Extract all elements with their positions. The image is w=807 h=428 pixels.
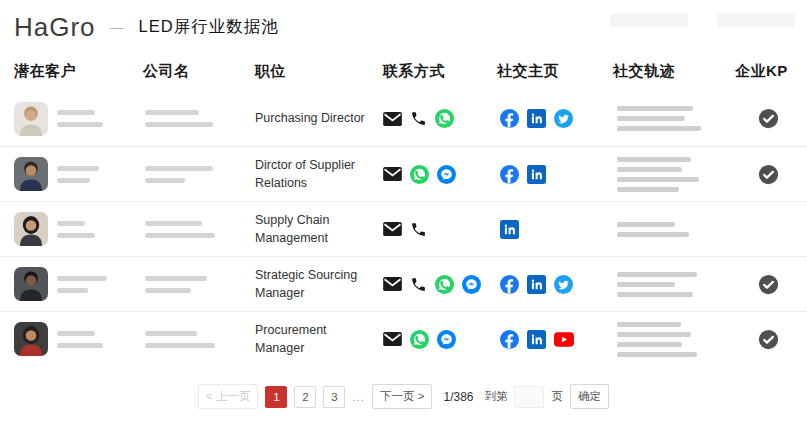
placeholder-bar [57, 178, 90, 183]
whatsapp-icon[interactable] [435, 275, 454, 294]
placeholder-bar [57, 122, 103, 127]
facebook-icon[interactable] [500, 109, 519, 128]
placeholder-bar [617, 292, 693, 297]
placeholder-bar [617, 222, 675, 227]
header-placeholder [717, 14, 795, 27]
youtube-icon[interactable] [554, 332, 574, 347]
kp-check-icon [758, 274, 779, 295]
linkedin-icon[interactable] [527, 109, 546, 128]
lead-avatar [14, 212, 48, 246]
phone-icon[interactable] [410, 221, 427, 238]
placeholder-bar [617, 332, 691, 337]
page-button-3[interactable]: 3 [323, 386, 345, 408]
page-indicator: 1/386 [443, 390, 473, 404]
facebook-icon[interactable] [500, 275, 519, 294]
placeholder-bar [145, 221, 202, 226]
placeholder-bar [617, 187, 679, 192]
placeholder-bar [617, 272, 697, 277]
column-header-social-profiles: 社交主页 [497, 62, 613, 81]
placeholder-bar [617, 177, 699, 182]
linkedin-icon[interactable] [527, 330, 546, 349]
placeholder-bar [145, 178, 185, 183]
placeholder-bar [617, 157, 691, 162]
facebook-icon[interactable] [500, 165, 519, 184]
page-button-1[interactable]: 1 [265, 386, 287, 408]
placeholder-bar [57, 221, 85, 226]
kp-check-icon [758, 108, 779, 129]
twitter-icon[interactable] [554, 275, 573, 294]
placeholder-bar [145, 343, 215, 348]
messenger-icon[interactable] [437, 330, 456, 349]
placeholder-bar [145, 233, 215, 238]
placeholder-bar [57, 331, 95, 336]
lead-avatar [14, 102, 48, 136]
kp-check-icon [758, 329, 779, 350]
table-row[interactable]: Dirctor of Supplier Relations [0, 146, 807, 201]
linkedin-icon[interactable] [527, 275, 546, 294]
placeholder-bar [145, 276, 207, 281]
email-icon[interactable] [383, 277, 402, 291]
placeholder-bar [145, 122, 213, 127]
email-icon[interactable] [383, 222, 402, 236]
linkedin-icon[interactable] [527, 165, 546, 184]
page-title: LED屏行业数据池 [139, 16, 279, 38]
placeholder-bar [57, 233, 95, 238]
email-icon[interactable] [383, 112, 402, 126]
header-separator: — [111, 20, 124, 35]
position-text: Procurement Manager [255, 321, 335, 357]
table-header: 潜在客户公司名职位联系方式社交主页社交轨迹企业KP [0, 56, 807, 91]
lead-avatar [14, 267, 48, 301]
placeholder-bar [57, 288, 88, 293]
placeholder-bar [617, 322, 681, 327]
table-row[interactable]: Supply Chain Management [0, 201, 807, 256]
confirm-button[interactable]: 确定 [570, 384, 609, 409]
phone-icon[interactable] [410, 276, 427, 293]
table-row[interactable]: Purchasing Director [0, 91, 807, 146]
column-header-company-kp: 企业KP [735, 62, 807, 81]
placeholder-bar [617, 232, 689, 237]
position-text: Supply Chain Management [255, 211, 337, 247]
placeholder-bar [617, 282, 675, 287]
placeholder-bar [617, 116, 685, 121]
column-header-social-activity: 社交轨迹 [613, 62, 735, 81]
messenger-icon[interactable] [462, 275, 481, 294]
placeholder-bar [57, 276, 107, 281]
lead-avatar [14, 322, 48, 356]
prev-page-button[interactable]: < 上一页 [198, 384, 258, 409]
kp-check-icon [758, 164, 779, 185]
placeholder-bar [145, 331, 197, 336]
page-button-2[interactable]: 2 [294, 386, 316, 408]
table-body: Purchasing Director Dirctor of Supplier … [0, 91, 807, 366]
placeholder-bar [617, 342, 682, 347]
table-row[interactable]: Procurement Manager [0, 311, 807, 366]
pagination: < 上一页 123 ... 下一页 > 1/386 到第 页 确定 [0, 384, 807, 409]
placeholder-bar [617, 106, 693, 111]
position-text: Purchasing Director [255, 109, 373, 127]
placeholder-bar [57, 343, 103, 348]
linkedin-icon[interactable] [500, 220, 519, 239]
phone-icon[interactable] [410, 110, 427, 127]
twitter-icon[interactable] [554, 109, 573, 128]
email-icon[interactable] [383, 332, 402, 346]
email-icon[interactable] [383, 167, 402, 181]
placeholder-bar [145, 288, 191, 293]
whatsapp-icon[interactable] [410, 165, 429, 184]
next-page-button[interactable]: 下一页 > [372, 384, 432, 409]
placeholder-bar [145, 166, 213, 171]
messenger-icon[interactable] [437, 165, 456, 184]
jump-page-suffix: 页 [551, 389, 563, 404]
placeholder-bar [57, 166, 99, 171]
lead-avatar [14, 157, 48, 191]
whatsapp-icon[interactable] [410, 330, 429, 349]
facebook-icon[interactable] [500, 330, 519, 349]
jump-to-page-label: 到第 [484, 389, 507, 404]
page-header: HaGro — LED屏行业数据池 [0, 0, 807, 46]
placeholder-bar [145, 110, 199, 115]
logo[interactable]: HaGro [14, 12, 96, 43]
placeholder-bar [617, 126, 701, 131]
table-row[interactable]: Strategic Sourcing Manager [0, 256, 807, 311]
position-text: Strategic Sourcing Manager [255, 266, 365, 302]
whatsapp-icon[interactable] [435, 109, 454, 128]
column-header-contact: 联系方式 [383, 62, 497, 81]
page-jump-input[interactable] [514, 386, 544, 408]
